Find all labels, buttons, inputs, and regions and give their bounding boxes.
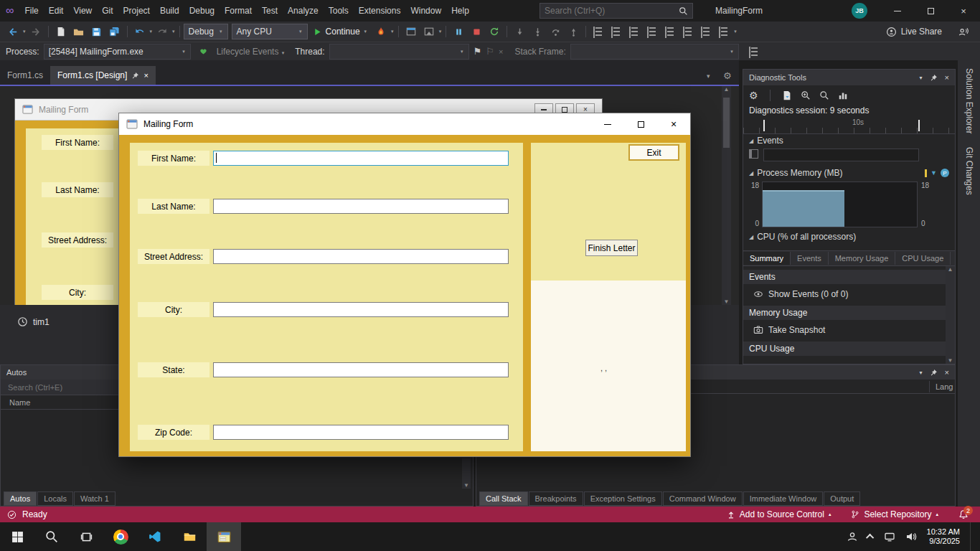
preview-window-icon[interactable]: [402, 23, 420, 40]
tab-watch-1[interactable]: Watch 1: [74, 491, 116, 506]
thread-dropdown[interactable]: ▾: [329, 44, 469, 60]
align-right-edges-icon[interactable]: [628, 25, 641, 38]
close-window-icon[interactable]: ×: [945, 368, 949, 377]
restart-icon[interactable]: [486, 23, 503, 40]
menu-test[interactable]: Test: [257, 0, 283, 22]
stack-frame-dropdown[interactable]: ▾: [570, 44, 739, 60]
flag-icon[interactable]: ⚑: [473, 46, 482, 57]
scroll-up-arrow-icon[interactable]: ▲: [724, 86, 730, 93]
design-label-last-name[interactable]: Last Name:: [42, 182, 113, 197]
browser-link-icon[interactable]: [420, 23, 438, 40]
navigate-forward-icon[interactable]: [27, 23, 44, 40]
vscode-icon[interactable]: [138, 522, 172, 551]
chevron-down-icon[interactable]: ▾: [172, 29, 175, 34]
diagnostics-titlebar[interactable]: Diagnostic Tools ▾ ×: [743, 70, 955, 85]
step-out-icon[interactable]: [565, 23, 582, 40]
step-over-icon[interactable]: [547, 23, 564, 40]
menu-git[interactable]: Git: [97, 0, 118, 22]
design-label-street-address[interactable]: Street Address:: [42, 232, 113, 248]
chevron-down-icon[interactable]: ▾: [23, 29, 26, 34]
volume-icon[interactable]: [905, 531, 917, 542]
app-minimize-button[interactable]: [591, 113, 624, 135]
timeline-chart-icon[interactable]: [838, 90, 848, 100]
settings-gear-icon[interactable]: ⚙: [749, 90, 758, 101]
mailing-form-taskbar-icon[interactable]: [207, 522, 241, 551]
autos-scrollbar[interactable]: ▼: [462, 458, 471, 489]
pin-icon[interactable]: [930, 74, 938, 82]
pin-icon[interactable]: [131, 72, 139, 80]
align-centers-icon[interactable]: [610, 25, 623, 38]
continue-button[interactable]: Continue▾: [308, 27, 372, 37]
hot-reload-icon[interactable]: [372, 23, 390, 40]
open-file-icon[interactable]: [70, 23, 88, 40]
first-name-input[interactable]: [213, 151, 509, 166]
app-close-button[interactable]: ×: [657, 113, 690, 135]
scroll-down-arrow-icon[interactable]: ▼: [948, 357, 953, 364]
tab-summary[interactable]: Summary: [743, 252, 791, 265]
show-next-statement-icon[interactable]: [511, 23, 528, 40]
tab-git-changes[interactable]: Git Changes: [964, 147, 974, 195]
close-button[interactable]: ×: [947, 0, 980, 22]
tray-chevron-up-icon[interactable]: [865, 534, 873, 542]
minimize-button[interactable]: [881, 0, 914, 22]
app-maximize-button[interactable]: [624, 113, 657, 135]
menu-format[interactable]: Format: [220, 0, 257, 22]
menu-edit[interactable]: Edit: [44, 0, 69, 22]
summary-scrollbar[interactable]: ▲ ▼: [946, 266, 955, 364]
task-view-icon[interactable]: [69, 522, 103, 551]
tab-form1-cs[interactable]: Form1.cs: [0, 66, 50, 85]
menu-project[interactable]: Project: [118, 0, 155, 22]
menu-file[interactable]: File: [19, 0, 43, 22]
menu-tools[interactable]: Tools: [324, 0, 354, 22]
chevron-down-icon[interactable]: ▾: [150, 29, 153, 34]
window-position-chevron-icon[interactable]: ▾: [920, 75, 923, 81]
tab-immediate-window[interactable]: Immediate Window: [743, 491, 824, 506]
take-snapshot-link[interactable]: Take Snapshot: [743, 320, 946, 340]
menu-window[interactable]: Window: [405, 0, 446, 22]
tab-events[interactable]: Events: [791, 252, 829, 265]
feedback-icon[interactable]: [958, 27, 969, 37]
select-repository-button[interactable]: Select Repository ▴: [851, 509, 938, 519]
chrome-icon[interactable]: [103, 522, 138, 551]
show-desktop-button[interactable]: [970, 522, 973, 551]
tab-solution-explorer[interactable]: Solution Explorer: [964, 68, 974, 133]
tab-output[interactable]: Output: [824, 491, 860, 506]
toolbar-options-icon[interactable]: [748, 45, 760, 58]
quick-search-input[interactable]: [545, 6, 679, 16]
maximize-button[interactable]: [914, 0, 947, 22]
taskbar-clock[interactable]: 10:32 AM 9/3/2025: [927, 527, 960, 546]
tab-autos[interactable]: Autos: [4, 491, 37, 506]
vertical-spacing-icon[interactable]: [699, 25, 712, 38]
file-explorer-icon[interactable]: [172, 522, 207, 551]
chevron-down-icon[interactable]: ▾: [439, 29, 442, 34]
process-dropdown[interactable]: [25484] MailingForm.exe▾: [44, 44, 191, 60]
menu-view[interactable]: View: [68, 0, 97, 22]
scrollbar-thumb[interactable]: [723, 98, 730, 148]
exit-button[interactable]: Exit: [628, 144, 679, 161]
scroll-down-arrow-icon[interactable]: ▼: [724, 298, 730, 305]
tab-memory-usage[interactable]: Memory Usage: [829, 252, 896, 265]
window-position-chevron-icon[interactable]: ▾: [920, 369, 923, 376]
menu-help[interactable]: Help: [446, 0, 474, 22]
create-report-icon[interactable]: [782, 90, 792, 100]
show-events-link[interactable]: Show Events (0 of 0): [743, 284, 946, 304]
save-icon[interactable]: [88, 23, 105, 40]
flag-outline-icon[interactable]: ⚐: [486, 46, 494, 57]
bring-to-front-icon[interactable]: [717, 25, 730, 38]
tab-locals[interactable]: Locals: [37, 491, 73, 506]
menu-extensions[interactable]: Extensions: [354, 0, 406, 22]
tray-item-timer[interactable]: tim1: [17, 316, 50, 327]
scroll-down-arrow-icon[interactable]: ▼: [463, 482, 469, 489]
tab-call-stack[interactable]: Call Stack: [479, 491, 528, 506]
live-share-icon[interactable]: [886, 27, 897, 37]
stop-debugging-icon[interactable]: [468, 23, 485, 40]
app-titlebar[interactable]: Mailing Form ×: [119, 113, 690, 135]
reset-zoom-icon[interactable]: [819, 90, 829, 100]
notifications-bell[interactable]: 2: [958, 509, 969, 519]
chevron-down-icon[interactable]: ▾: [391, 29, 394, 34]
lifecycle-events-dropdown[interactable]: Lifecycle Events ▾: [217, 47, 286, 57]
horizontal-spacing-icon[interactable]: [682, 25, 694, 38]
clear-flags-icon[interactable]: ×: [499, 47, 503, 56]
tab-form1-cs-design[interactable]: Form1.cs [Design] ×: [50, 66, 156, 85]
tab-list-chevron-icon[interactable]: ▾: [707, 72, 710, 80]
